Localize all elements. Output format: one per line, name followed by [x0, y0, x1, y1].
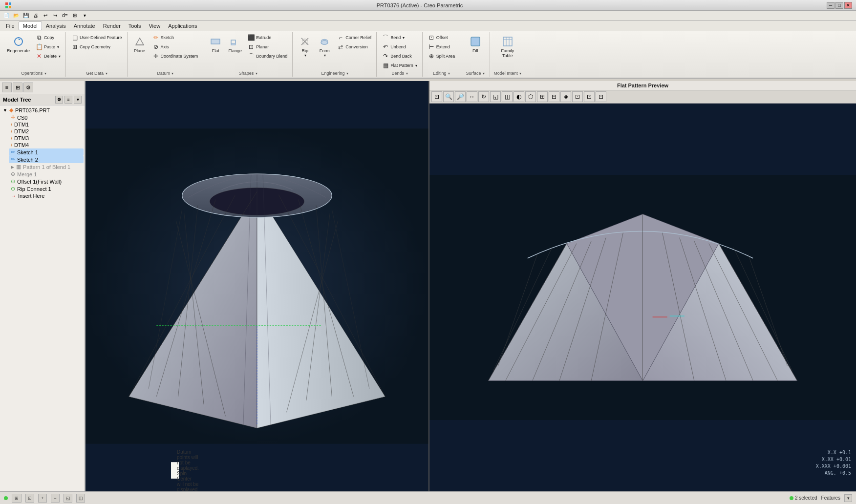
window-controls[interactable]: ─ □ ✕ [827, 2, 852, 9]
dtm3-label: DTM3 [14, 135, 29, 141]
fp-pan-button[interactable]: ↔ [467, 91, 477, 102]
bend-button[interactable]: ⌒ Bend ▾ [380, 33, 419, 42]
menu-analysis[interactable]: Analysis [42, 22, 70, 30]
fp-right-button[interactable]: ⊡ [596, 91, 606, 102]
plane-button[interactable]: Plane [131, 33, 149, 55]
display-options-button[interactable]: ◫ [76, 494, 85, 503]
panel-settings-button[interactable]: ⚙ [23, 83, 33, 92]
tree-item-pattern1[interactable]: ▶ ▦ Pattern 1 of Blend 1 [9, 163, 84, 170]
tree-filter-button[interactable]: ⚙ [55, 96, 63, 104]
tree-item-dtm1[interactable]: / DTM1 [9, 121, 84, 128]
model-intent-buttons: FamilyTable [499, 33, 516, 70]
zoom-out-status-button[interactable]: − [51, 494, 60, 503]
panel-toggle-button[interactable]: ≡ [2, 83, 12, 92]
regenerate-button[interactable]: Regenerate [5, 33, 32, 55]
view-options-button[interactable]: ◱ [64, 494, 72, 503]
statusbar-button1[interactable]: ⊞ [12, 494, 21, 503]
tree-item-root[interactable]: ▼ ◆ PRT0376.PRT [1, 106, 84, 114]
paste-button[interactable]: 📋 Paste ▾ [34, 42, 63, 51]
tree-item-sketch2[interactable]: ✏ Sketch 2 [9, 156, 84, 163]
pattern1-expand[interactable]: ▶ [11, 165, 14, 169]
tree-item-dtm4[interactable]: / DTM4 [9, 142, 84, 148]
delete-icon: ✕ [36, 53, 43, 60]
sketch-button[interactable]: ✏ Sketch [150, 33, 200, 42]
fp-top-button[interactable]: ⊡ [584, 91, 595, 102]
form-button[interactable]: Form ▾ [316, 33, 333, 59]
fp-rotate-button[interactable]: ↻ [478, 91, 489, 102]
tree-more-button[interactable]: ▾ [74, 96, 82, 104]
delete-button[interactable]: ✕ Delete ▾ [34, 52, 63, 61]
fp-zoom-out-button[interactable]: 🔎 [455, 91, 466, 102]
menu-file[interactable]: File [2, 22, 19, 30]
menu-view[interactable]: View [145, 22, 164, 30]
flange-button[interactable]: Flange [226, 33, 244, 55]
flat-pattern-viewport[interactable]: X.X +0.1 X.XX +0.01 X.XXX +0.001 ANG. +0… [429, 104, 856, 491]
rip-button[interactable]: Rip ▾ [296, 33, 314, 59]
copy-button[interactable]: ⧉ Copy [34, 33, 63, 42]
zoom-in-status-button[interactable]: + [38, 494, 47, 503]
fp-shading-button[interactable]: ◐ [514, 91, 524, 102]
coord-icon: ✛ [152, 53, 159, 60]
tree-expand-root[interactable]: ▼ [3, 108, 7, 113]
offset-button[interactable]: ⊡ Offset [426, 33, 457, 42]
menu-model[interactable]: Model [19, 21, 42, 30]
copy-geometry-button[interactable]: ⊞ Copy Geometry [69, 42, 124, 51]
print-button[interactable]: 🖨 [31, 12, 40, 20]
tree-item-merge1[interactable]: ⊕ Merge 1 [9, 170, 84, 178]
menu-annotate[interactable]: Annotate [70, 22, 99, 30]
tree-columns-button[interactable]: ≡ [64, 96, 72, 104]
extrude-button[interactable]: ⬛ Extrude [246, 33, 289, 42]
coord-system-button[interactable]: ✛ Coordinate System [150, 52, 200, 61]
zoom-fit-button[interactable]: ⊡ [25, 494, 34, 503]
new-button[interactable]: 📄 [2, 12, 11, 20]
tree-item-insert[interactable]: → Insert Here [9, 192, 84, 199]
graphics-status-dot [4, 496, 8, 500]
fp-fit-button[interactable]: ⊡ [431, 91, 442, 102]
axis-button[interactable]: ⊘ Axis [150, 42, 200, 51]
user-defined-feature-button[interactable]: ◫ User-Defined Feature [69, 33, 124, 42]
open-button[interactable]: 📂 [12, 12, 21, 20]
fp-orient-button[interactable]: ⊞ [537, 91, 548, 102]
main-viewport[interactable]: Datum points will not be displayed. Spin… [86, 81, 428, 491]
fp-display-button[interactable]: ◫ [502, 91, 513, 102]
tree-item-sketch1[interactable]: ✏ Sketch 1 [9, 148, 84, 156]
split-area-button[interactable]: ⊕ Split Area [426, 52, 457, 61]
flat-pattern-button[interactable]: ▦ Flat Pattern ▾ [380, 61, 419, 70]
more-button[interactable]: ▾ [80, 12, 89, 20]
tree-item-dtm3[interactable]: / DTM3 [9, 135, 84, 142]
menu-tools[interactable]: Tools [125, 22, 145, 30]
conversion-button[interactable]: ⇄ Conversion [335, 42, 373, 51]
fp-view-button[interactable]: ◱ [490, 91, 501, 102]
bend-back-button[interactable]: ↷ Bend Back [380, 52, 419, 61]
tree-item-rip1[interactable]: ⊙ Rip Connect 1 [9, 185, 84, 192]
menu-applications[interactable]: Applications [164, 22, 201, 30]
maximize-button[interactable]: □ [835, 2, 843, 9]
redo-button[interactable]: ↪ [51, 12, 60, 20]
family-table-button[interactable]: FamilyTable [499, 33, 516, 60]
close-button[interactable]: ✕ [844, 2, 852, 9]
planar-button[interactable]: ⊡ Planar [246, 42, 289, 51]
fp-edges-button[interactable]: ⬡ [525, 91, 536, 102]
unbend-button[interactable]: ↶ Unbend [380, 42, 419, 51]
fill-button[interactable]: Fill [467, 33, 484, 55]
grid-button[interactable]: ⊞ [70, 12, 79, 20]
tree-item-cs0[interactable]: ✛ CS0 [9, 114, 84, 121]
fp-iso-button[interactable]: ◈ [560, 91, 571, 102]
tree-item-dtm2[interactable]: / DTM2 [9, 128, 84, 135]
tree-item-offset1[interactable]: ⊙ Offset 1(First Wall) [9, 178, 84, 185]
save-button[interactable]: 💾 [21, 12, 30, 20]
flat-button[interactable]: Flat [207, 33, 224, 55]
minimize-button[interactable]: ─ [827, 2, 835, 9]
panel-view-button[interactable]: ⊞ [13, 83, 22, 92]
mode-dropdown[interactable]: ▾ [844, 494, 852, 502]
editing-group-label: Editing ▾ [433, 70, 450, 76]
extend-button[interactable]: ⊢ Extend [426, 42, 457, 51]
undo-button[interactable]: ↩ [41, 12, 50, 20]
dtm1-icon: / [11, 122, 12, 127]
menu-render[interactable]: Render [99, 22, 125, 30]
boundary-blend-button[interactable]: ⌒ Boundary Blend [246, 52, 289, 61]
corner-relief-button[interactable]: ⌐ Corner Relief [335, 33, 373, 42]
fp-front-button[interactable]: ⊡ [572, 91, 583, 102]
fp-zoom-in-button[interactable]: 🔍 [443, 91, 454, 102]
fp-standard-button[interactable]: ⊟ [549, 91, 559, 102]
